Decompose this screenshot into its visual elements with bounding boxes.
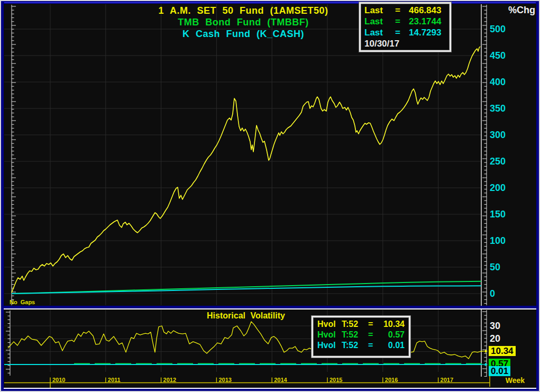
last-values-legend[interactable]: Last=466.843Last=23.1744Last=14.729310/3… bbox=[359, 2, 451, 52]
y-axis-label: 350 bbox=[490, 103, 527, 114]
week-timeframe-label: Week bbox=[499, 376, 532, 385]
legend-label: Last bbox=[364, 27, 395, 38]
legend-date: 10/30/17 bbox=[364, 38, 450, 49]
year-label: 2014 bbox=[274, 377, 287, 383]
legend-value: 466.843 bbox=[409, 5, 450, 16]
panel-separator-line bbox=[4, 308, 536, 309]
y-axis-label: 50 bbox=[490, 262, 527, 272]
legend-row: Last=14.7293 bbox=[364, 27, 450, 38]
hvol-label: Hvol bbox=[317, 330, 342, 340]
hvol-period: T:52 bbox=[342, 330, 368, 340]
legend-row: Last=23.1744 bbox=[364, 16, 450, 27]
year-label: 2015 bbox=[330, 377, 342, 383]
legend-label: Last bbox=[364, 16, 395, 27]
legend-label: Last bbox=[364, 5, 395, 16]
no-gaps-label: No Gaps bbox=[10, 299, 35, 305]
y-axis-label: 100 bbox=[490, 235, 527, 246]
year-label: 2016 bbox=[385, 377, 398, 383]
legend-value: 14.7293 bbox=[409, 27, 450, 38]
hvol-label: Hvol bbox=[317, 319, 342, 330]
hvol-value-chip: 0.01 bbox=[489, 366, 510, 376]
y-axis-label: 300 bbox=[490, 130, 527, 140]
chart-window: 1 A.M. SET 50 Fund (1AMSET50)TMB Bond Fu… bbox=[0, 0, 540, 392]
vol-y-axis-label: 20 bbox=[490, 333, 511, 344]
equals-sign: = bbox=[368, 319, 383, 330]
legend-value: 23.1744 bbox=[409, 16, 450, 27]
year-label: 2011 bbox=[108, 377, 121, 383]
hvol-legend-row: HvolT:52=10.34 bbox=[317, 319, 405, 330]
y-axis-label: 500 bbox=[490, 24, 527, 34]
equals-sign: = bbox=[395, 27, 409, 38]
year-label: 2012 bbox=[163, 377, 176, 383]
equals-sign: = bbox=[368, 330, 383, 340]
hvol-period: T:52 bbox=[342, 340, 368, 351]
hvol-value: 10.34 bbox=[383, 319, 405, 330]
window-border-highlight bbox=[4, 2, 536, 3]
hvol-value: 0.57 bbox=[383, 330, 405, 340]
hvol-legend-row: HvolT:52=0.01 bbox=[317, 340, 405, 351]
bottom-border-line bbox=[4, 388, 536, 389]
hvol-legend[interactable]: HvolT:52=10.34HvolT:52=0.57HvolT:52=0.01 bbox=[312, 316, 410, 358]
y-axis-label: 150 bbox=[490, 209, 527, 220]
year-label: 2017 bbox=[441, 377, 453, 383]
legend-row: Last=466.843 bbox=[364, 5, 450, 16]
equals-sign: = bbox=[395, 5, 409, 16]
y-axis-label: 200 bbox=[490, 183, 527, 193]
y-axis-label: 450 bbox=[490, 50, 527, 61]
y-axis-label: 0 bbox=[490, 288, 527, 299]
equals-sign: = bbox=[395, 16, 409, 27]
chart-background bbox=[4, 4, 536, 388]
hvol-legend-row: HvolT:52=0.57 bbox=[317, 330, 405, 340]
y-axis-label: 400 bbox=[490, 77, 527, 87]
year-label: 2013 bbox=[218, 377, 231, 383]
hvol-value-chip: 10.34 bbox=[489, 346, 516, 356]
vol-y-axis-label: 30 bbox=[490, 321, 511, 331]
y-axis-label: 250 bbox=[490, 156, 527, 167]
hvol-label: Hvol bbox=[317, 340, 342, 351]
hvol-value: 0.01 bbox=[383, 340, 405, 351]
equals-sign: = bbox=[368, 340, 383, 351]
hvol-period: T:52 bbox=[342, 319, 368, 330]
year-label: 2010 bbox=[52, 377, 65, 383]
pct-chg-axis-title: %Chg bbox=[500, 5, 535, 15]
